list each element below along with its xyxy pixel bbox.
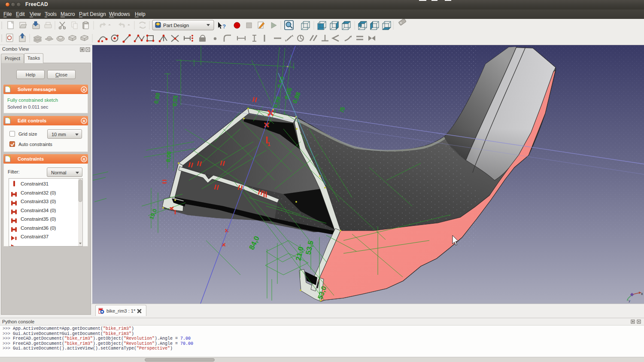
svg-text:1: 1 <box>267 141 270 147</box>
svg-text:0,03: 0,03 <box>171 95 179 107</box>
svg-text:Constraint36 (0): Constraint36 (0) <box>21 225 56 231</box>
svg-text:8,00: 8,00 <box>165 151 173 163</box>
svg-text:Constraint32 (0): Constraint32 (0) <box>21 190 56 195</box>
svg-text:Constraint31: Constraint31 <box>21 181 49 186</box>
svg-text:Constraint35 (0): Constraint35 (0) <box>21 216 56 222</box>
svg-text:x: x <box>641 292 643 296</box>
svg-text:Constraint37: Constraint37 <box>21 234 49 239</box>
svg-text:y: y <box>629 299 630 303</box>
svg-text:Constraint34 (0): Constraint34 (0) <box>21 208 56 213</box>
svg-text:Constraint33 (0): Constraint33 (0) <box>21 199 56 204</box>
